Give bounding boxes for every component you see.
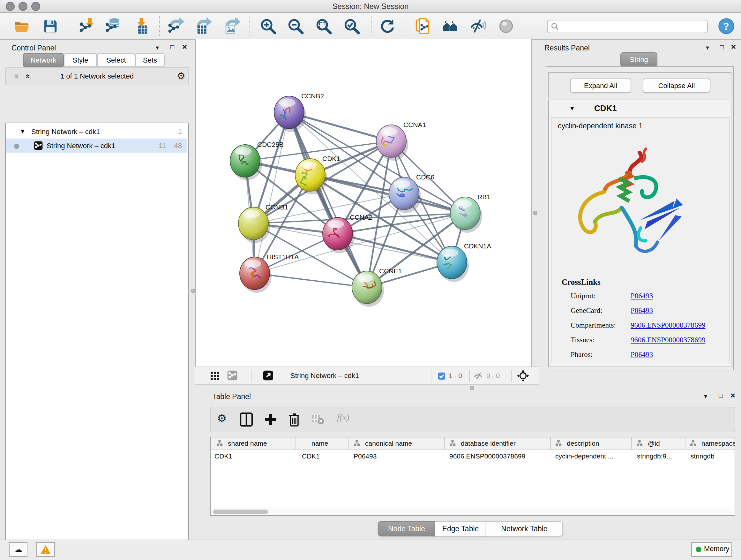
expand-all-button[interactable]: Expand All xyxy=(570,78,631,92)
network-edge-ccnb2-ccne1[interactable] xyxy=(289,112,367,287)
import-network-file-icon[interactable] xyxy=(78,17,96,35)
bottom-divider-handle[interactable] xyxy=(470,386,474,390)
table-row[interactable]: CDK1 CDK1 P06493 9606.ENSP00000378699 cy… xyxy=(211,449,735,462)
tab-network-table[interactable]: Network Table xyxy=(486,521,563,537)
table-panel-close-icon[interactable]: ✕ xyxy=(730,392,736,399)
import-table-file-icon[interactable] xyxy=(133,17,151,35)
column-header-description[interactable]: description xyxy=(550,437,632,449)
results-panel-float-icon[interactable]: □ xyxy=(720,44,724,51)
hidden-eye-icon[interactable] xyxy=(474,372,483,380)
grid-view-icon[interactable] xyxy=(211,372,219,381)
string-network-icon xyxy=(34,141,43,150)
control-panel-float-icon[interactable]: □ xyxy=(171,44,174,51)
import-network-database-icon[interactable] xyxy=(105,17,123,35)
results-panel-title: Results Panel xyxy=(544,44,590,52)
gene-collapse-icon[interactable]: ▼ xyxy=(569,105,575,112)
network-node-cdk1[interactable]: CDK1 xyxy=(295,155,340,191)
tab-network[interactable]: Network xyxy=(23,53,64,67)
crosslink-tissues-link[interactable]: 9606.ENSP00000378699 xyxy=(630,336,705,344)
table-header-row: shared name name canonical name database… xyxy=(211,437,735,450)
collapse-all-button[interactable]: Collapse All xyxy=(643,78,711,92)
string-view-icon[interactable] xyxy=(227,370,238,381)
zoom-selected-icon[interactable] xyxy=(343,17,360,35)
tab-string-results[interactable]: String xyxy=(620,52,657,66)
viewbar-separator xyxy=(511,370,512,382)
show-columns-icon[interactable] xyxy=(240,413,253,427)
results-panel-close-icon[interactable]: ✕ xyxy=(731,44,736,51)
screen: Session: New Session xyxy=(0,0,741,560)
table-panel-menu-icon[interactable]: ▾ xyxy=(704,393,707,400)
crosslink-pharos-link[interactable]: P06493 xyxy=(630,351,653,358)
column-tree-icon xyxy=(354,440,360,446)
refresh-icon[interactable] xyxy=(379,17,396,35)
collection-collapse-icon[interactable]: ▼ xyxy=(20,125,25,138)
zoom-in-icon[interactable] xyxy=(259,17,277,35)
table-panel-float-icon[interactable]: □ xyxy=(719,392,723,399)
column-header-shared-name[interactable]: shared name xyxy=(211,437,295,449)
network-options-gear-icon[interactable]: ⚙ xyxy=(177,70,185,82)
delete-column-icon[interactable] xyxy=(288,413,300,427)
zoom-fit-icon[interactable] xyxy=(315,17,333,35)
column-header-name[interactable]: name xyxy=(295,437,349,449)
crosslink-label: Uniprot: xyxy=(570,292,596,300)
network-row-selected[interactable]: String Network – cdk1 11 48 xyxy=(6,138,187,152)
gene-section-header[interactable]: ▼ CDK1 xyxy=(549,100,731,118)
column-header-id[interactable]: @id xyxy=(631,437,685,449)
search-input[interactable] xyxy=(562,21,704,32)
tab-node-table[interactable]: Node Table xyxy=(378,521,435,537)
warning-button[interactable] xyxy=(37,542,55,557)
table-options-gear-icon[interactable]: ⚙ xyxy=(217,412,227,425)
network-collection-row[interactable]: ▼ String Network – cdk1 1 xyxy=(6,125,187,138)
node-label-ccna1: CCNA1 xyxy=(403,121,426,128)
session-file-network-icon[interactable] xyxy=(414,17,432,35)
column-header-namespace[interactable]: namespace xyxy=(685,437,735,449)
tab-edge-table[interactable]: Edge Table xyxy=(434,521,486,537)
crosslink-genecard-link[interactable]: P06493 xyxy=(630,307,653,314)
export-network-icon[interactable] xyxy=(166,17,185,35)
column-header-database-identifier[interactable]: database identifier xyxy=(444,437,551,449)
tab-style[interactable]: Style xyxy=(64,53,97,67)
export-table-icon[interactable] xyxy=(194,17,212,35)
right-divider-handle[interactable] xyxy=(533,211,537,215)
column-header-canonical-name[interactable]: canonical name xyxy=(348,437,445,449)
tab-sets[interactable]: Sets xyxy=(135,53,165,67)
crosslink-uniprot-link[interactable]: P06493 xyxy=(630,292,653,300)
network-canvas-svg[interactable]: CCNB2CCNA1CDC25BCDK1CDC6RB1CCNB1CCNA2CDK… xyxy=(196,39,531,367)
selected-checkbox-icon[interactable] xyxy=(438,372,446,380)
search-field[interactable] xyxy=(547,20,708,33)
delete-table-icon[interactable] xyxy=(312,415,324,425)
help-icon[interactable]: ? xyxy=(718,17,735,35)
node-label-ccnb1: CCNB1 xyxy=(266,203,288,211)
results-panel-menu-icon[interactable]: ▾ xyxy=(706,44,709,51)
home-icon[interactable] xyxy=(442,17,460,35)
fit-content-crosshair-icon[interactable] xyxy=(517,370,529,382)
tab-select[interactable]: Select xyxy=(97,53,135,67)
export-image-icon[interactable] xyxy=(222,17,240,35)
network-view-canvas[interactable]: CCNB2CCNA1CDC25BCDK1CDC6RB1CCNB1CCNA2CDK… xyxy=(195,39,532,367)
network-node-rb1[interactable]: RB1 xyxy=(450,193,490,230)
function-builder-icon[interactable]: f(x) xyxy=(337,413,349,423)
table-horizontal-scrollbar[interactable] xyxy=(211,508,733,515)
scrollbar-thumb[interactable] xyxy=(213,509,268,514)
node-label-ccna2: CCNA2 xyxy=(350,213,373,221)
save-session-icon[interactable] xyxy=(42,17,59,35)
network-node-count: 11 xyxy=(158,138,166,152)
memory-button[interactable]: Memory xyxy=(691,542,732,557)
gene-name: CDK1 xyxy=(594,104,617,113)
show-all-eye-icon[interactable] xyxy=(497,17,515,35)
add-column-icon[interactable] xyxy=(264,413,277,427)
cloud-button[interactable]: ☁ xyxy=(9,542,27,557)
hide-selected-eye-icon[interactable] xyxy=(469,17,487,35)
network-edge-ccnb2-hist1h1a[interactable] xyxy=(255,112,289,273)
control-panel-close-icon[interactable]: ✕ xyxy=(182,44,187,51)
left-divider-handle[interactable] xyxy=(191,289,195,293)
open-session-icon[interactable] xyxy=(13,17,30,35)
cell-id: stringdb:9... xyxy=(637,449,684,462)
crosslink-compartments-link[interactable]: 9606.ENSP00000378699 xyxy=(630,321,705,329)
network-node-ccnb2[interactable]: CCNB2 xyxy=(274,92,324,129)
zoom-out-icon[interactable] xyxy=(286,17,305,35)
network-label: String Network – cdk1 xyxy=(47,138,115,152)
control-panel-menu-icon[interactable]: ▾ xyxy=(156,44,159,51)
network-node-ccna1[interactable]: CCNA1 xyxy=(376,121,426,158)
open-in-window-icon[interactable] xyxy=(263,370,273,381)
